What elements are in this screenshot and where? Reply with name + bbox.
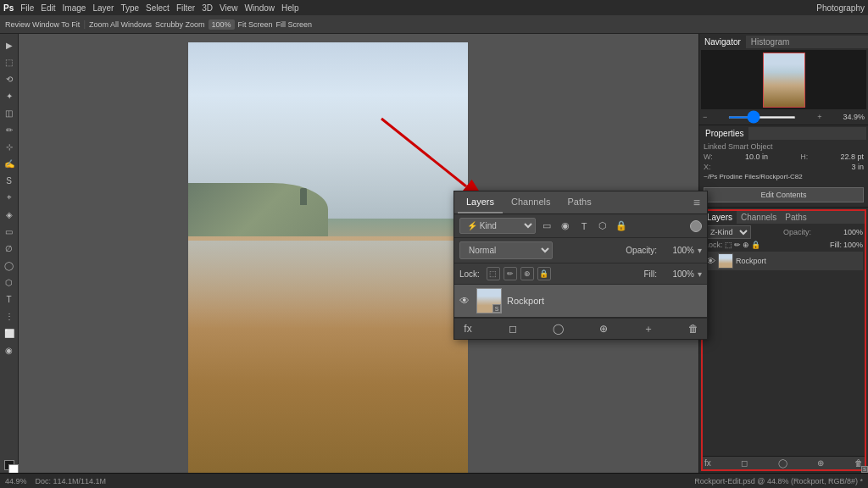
mini-lock-icon3[interactable]: ⊕ [743,241,749,249]
mini-lock-icon1[interactable]: ⬚ [725,241,732,249]
layers-list: 👁 S Rockport [454,285,707,318]
kind-filter-select[interactable]: ⚡ Kind [459,218,536,234]
lock-image-btn[interactable]: ✏ [504,267,517,280]
dodge-tool[interactable]: ◯ [2,258,17,273]
scrubby-zoom-btn[interactable]: Scrubby Zoom [155,20,205,29]
path-tool[interactable]: ⋮ [2,308,17,324]
shape-tool[interactable]: ⬜ [2,325,17,341]
navigator-tabs: Navigator Histogram [699,36,868,48]
delete-layer-button[interactable]: 🗑 [685,322,702,336]
menu-window[interactable]: Window [244,3,275,13]
table-row[interactable]: 👁 S Rockport [454,285,707,318]
fill-arrow[interactable]: ▾ [698,269,702,279]
review-window-btn[interactable]: Review Window To Fit [5,20,80,29]
mini-adj-btn[interactable]: ◯ [778,458,787,468]
fit-screen-btn[interactable]: Fit Screen [238,20,273,29]
eyedropper-tool[interactable]: ✏ [2,122,17,137]
filter-type-icon[interactable]: T [576,219,592,234]
new-group-button[interactable]: ⊕ [595,322,612,336]
panel-menu-button[interactable]: ≡ [690,196,704,209]
x-value: 3 in [851,163,864,171]
mini-fx-btn[interactable]: fx [704,458,711,468]
menu-file[interactable]: File [20,3,34,13]
zoom-value: 34.9% [843,113,865,121]
move-tool[interactable]: ▶ [2,37,17,53]
blend-mode-select[interactable]: Normal [459,241,553,259]
quick-select-tool[interactable]: ✦ [2,88,17,103]
filter-row: ⚡ Kind ▭ ◉ T ⬡ 🔒 [454,214,707,238]
lasso-tool[interactable]: ⟲ [2,71,17,86]
tab-channels-mini[interactable]: Channels [737,211,781,224]
type-tool[interactable]: T [2,291,17,307]
navigator-thumbnail [763,53,805,108]
add-mask-button[interactable]: ◻ [504,322,521,336]
beach-photo [188,42,468,483]
menu-edit[interactable]: Edit [41,3,55,13]
menu-layer[interactable]: Layer [92,3,114,13]
paths-tab[interactable]: Paths [559,191,600,214]
clone-tool[interactable]: S [2,173,17,188]
lock-position-btn[interactable]: ⊕ [520,267,534,280]
mini-lock-icon4[interactable]: 🔒 [751,241,760,249]
opacity-arrow[interactable]: ▾ [698,246,702,255]
filter-shape-icon[interactable]: ⬡ [595,219,610,234]
fx-button[interactable]: fx [459,322,476,336]
menu-3d[interactable]: 3D [202,3,213,13]
width-value: 10.0 in [745,152,768,161]
pen-tool[interactable]: ⬡ [2,274,17,290]
menu-image[interactable]: Image [63,3,86,13]
fill-screen-btn[interactable]: Fill Screen [276,20,313,29]
menu-select[interactable]: Select [146,3,170,13]
gradient-tool[interactable]: ▭ [2,224,17,239]
zoom-in-icon[interactable]: + [817,113,821,121]
mini-layer-row: 👁 S Rockport [704,252,863,270]
mini-lock-icon2[interactable]: ✏ [734,241,741,249]
history-tool[interactable]: ⌖ [2,190,17,205]
doc-info: Doc: 114.1M/114.1M [36,477,107,485]
x-label: X: [704,163,711,171]
zoom-all-btn[interactable]: Zoom All Windows [89,20,152,29]
blur-tool[interactable]: ∅ [2,241,17,256]
zoom-out-icon[interactable]: − [703,113,707,121]
menu-filter[interactable]: Filter [176,3,195,13]
brush-tool[interactable]: ✍ [2,156,17,171]
marquee-tool[interactable]: ⬚ [2,54,17,69]
layer-visibility-toggle[interactable]: 👁 [459,295,471,307]
layers-tab[interactable]: Layers [458,191,503,214]
lock-all-btn[interactable]: 🔒 [537,267,551,280]
healing-tool[interactable]: ⊹ [2,139,17,154]
toolbar-top: Review Window To Fit | Zoom All Windows … [0,15,868,34]
new-adjustment-button[interactable]: ◯ [549,322,566,336]
lighthouse [300,188,307,205]
properties-content: Linked Smart Object W: 10.0 in H: 22.8 p… [701,140,866,185]
menu-type[interactable]: Type [120,3,139,13]
filter-adjustment-icon[interactable]: ◉ [558,219,573,234]
mini-mask-btn[interactable]: ◻ [741,458,748,468]
eraser-tool[interactable]: ◈ [2,207,17,222]
edit-contents-button[interactable]: Edit Contents [704,187,864,202]
mini-blend-select[interactable]: Z-Kind Normal [704,225,751,239]
zoom-tool[interactable]: ◉ [2,342,17,358]
menu-help[interactable]: Help [281,3,299,13]
lock-row: Lock: ⬚ ✏ ⊕ 🔒 Fill: 100% ▾ [454,263,707,285]
crop-tool[interactable]: ◫ [2,105,17,120]
layers-mini-footer: fx ◻ ◯ ⊕ 🗑 [703,456,865,469]
filter-toggle[interactable] [690,220,702,232]
foreground-color[interactable] [2,458,17,473]
tab-layers-mini[interactable]: Layers [703,211,737,224]
zoom-100-btn[interactable]: 100% [209,19,235,30]
new-layer-button[interactable]: ＋ [640,322,657,336]
document-title: Rockport-Edit.psd @ 44.8% (Rockport, RGB… [694,477,863,485]
tab-paths-mini[interactable]: Paths [781,211,811,224]
menu-view[interactable]: View [220,3,238,13]
left-toolbar: ▶ ⬚ ⟲ ✦ ◫ ✏ ⊹ ✍ S ⌖ ◈ ▭ ∅ ◯ ⬡ T ⋮ ⬜ ◉ [0,34,19,473]
filter-smart-icon[interactable]: 🔒 [614,219,629,234]
tab-histogram[interactable]: Histogram [746,36,795,48]
zoom-slider[interactable] [728,116,796,119]
mini-group-btn[interactable]: ⊕ [817,458,824,468]
tab-properties[interactable]: Properties [701,127,748,140]
channels-tab[interactable]: Channels [503,191,559,214]
tab-navigator[interactable]: Navigator [699,36,746,48]
filter-pixel-icon[interactable]: ▭ [539,219,554,234]
lock-transparency-btn[interactable]: ⬚ [487,267,500,280]
